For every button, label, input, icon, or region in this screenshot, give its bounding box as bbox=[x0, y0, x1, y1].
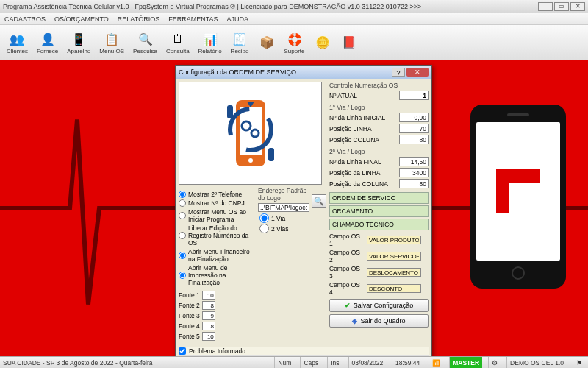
toolbar: 👥Clientes👤Fornece📱Aparelho📋Menu OS🔍Pesqu… bbox=[0, 25, 588, 60]
menu-ajuda[interactable]: AJUDA bbox=[227, 15, 249, 23]
toolbar-icon: 🧾 bbox=[231, 30, 248, 48]
fonte-label: Fonte 2 bbox=[179, 302, 200, 309]
field-input-1[interactable] bbox=[399, 168, 429, 177]
dialog-close-button[interactable]: ✕ bbox=[406, 68, 429, 77]
toolbar-label: Clientes bbox=[7, 48, 28, 54]
logo-preview bbox=[179, 82, 322, 185]
option-4[interactable]: Abrir Menu Financeiro na Finalização bbox=[179, 247, 256, 263]
fonte-input-4[interactable] bbox=[202, 332, 215, 341]
toolbar-item-8[interactable]: 📦 bbox=[254, 32, 279, 54]
toolbar-recibo[interactable]: 🧾Recibo bbox=[227, 28, 253, 57]
check-label: Problema Informado: bbox=[189, 347, 247, 355]
toolbar-icon: 📊 bbox=[201, 30, 219, 48]
statusbar: SUA CIDADE - SP 3 de Agosto de 2022 - Qu… bbox=[0, 356, 588, 368]
option-label: Abrir Menu Financeiro na Finalização bbox=[188, 248, 256, 263]
toolbar-menu os[interactable]: 📋Menu OS bbox=[96, 28, 128, 57]
toolbar-item-11[interactable]: 📕 bbox=[337, 32, 362, 54]
option-5[interactable]: Abrir Menu de Impressão na Finalização bbox=[179, 263, 256, 287]
toolbar-icon: 🔍 bbox=[137, 30, 154, 48]
menu-relatorios[interactable]: RELATÓRIOS bbox=[118, 15, 159, 23]
menu-ferramentas[interactable]: FERRAMENTAS bbox=[168, 15, 218, 23]
field-label: Posição da LINHA bbox=[329, 169, 380, 177]
toolbar-clientes[interactable]: 👥Clientes bbox=[3, 28, 32, 57]
fonte-label: Fonte 5 bbox=[179, 333, 200, 340]
minimize-button[interactable]: — bbox=[538, 2, 553, 11]
phone-graphic bbox=[470, 105, 566, 289]
option-label: Mostrar 2º Telefone bbox=[188, 191, 242, 198]
campo-input-2[interactable] bbox=[367, 268, 421, 277]
maximize-button[interactable]: ▭ bbox=[554, 2, 569, 11]
option-label: Mostrar Nº do CNPJ bbox=[188, 199, 245, 207]
campo-input-3[interactable] bbox=[367, 284, 421, 293]
fonte-input-0[interactable] bbox=[202, 291, 215, 300]
n-atual-input[interactable] bbox=[399, 91, 429, 100]
fonte-input-2[interactable] bbox=[202, 311, 215, 320]
section-orcamento[interactable]: ORCAMENTO bbox=[329, 205, 429, 217]
close-button[interactable]: ✕ bbox=[570, 2, 585, 11]
via1-header: 1ª Via / Logo bbox=[329, 104, 429, 111]
fonte-input-1[interactable] bbox=[202, 301, 215, 310]
option-label: Liberar Edição do Registro Numérico da O… bbox=[188, 224, 256, 247]
toolbar-icon: 📱 bbox=[70, 30, 87, 48]
window-title: Programa Assistência Técnica Celular v1.… bbox=[3, 3, 538, 10]
toolbar-label: Consulta bbox=[166, 48, 190, 54]
field-label: Posição LINHA bbox=[329, 125, 372, 132]
toolbar-item-10[interactable]: 🪙 bbox=[310, 32, 335, 54]
option-label: Mostrar Menu OS ao Iniciar Programa bbox=[188, 208, 256, 223]
field-input-2[interactable] bbox=[399, 179, 429, 188]
dialog-help-button[interactable]: ? bbox=[392, 68, 405, 77]
campo-input-0[interactable] bbox=[367, 236, 421, 244]
via-2-radio[interactable]: 2 Vias bbox=[259, 224, 309, 233]
option-1[interactable]: Mostrar Nº do CNPJ bbox=[179, 199, 256, 208]
section-os[interactable]: ORDEM DE SERVICO bbox=[329, 192, 429, 204]
dialog-title: Configuração da ORDEM DE SERVIÇO bbox=[179, 68, 392, 76]
status-location: SUA CIDADE - SP 3 de Agosto de 2022 - Qu… bbox=[3, 359, 152, 367]
toolbar-icon: 📋 bbox=[103, 30, 121, 48]
toolbar-aparelho[interactable]: 📱Aparelho bbox=[63, 28, 94, 57]
save-config-button[interactable]: ✔ Salvar Configuração bbox=[329, 299, 429, 312]
status-signal-icon: 📶 bbox=[429, 357, 443, 368]
field-input-0[interactable] bbox=[399, 113, 429, 122]
toolbar-consulta[interactable]: 🗒Consulta bbox=[162, 28, 193, 57]
status-gear-icon: ⚙ bbox=[488, 357, 501, 368]
svg-rect-7 bbox=[268, 148, 274, 161]
via-1-radio[interactable]: 1 Via bbox=[259, 213, 309, 223]
field-label: Nº da Linha INICIAL bbox=[329, 114, 385, 121]
toolbar-relatório[interactable]: 📊Relatório bbox=[195, 28, 226, 57]
svg-point-2 bbox=[248, 158, 253, 163]
field-input-0[interactable] bbox=[399, 157, 429, 166]
field-input-1[interactable] bbox=[399, 124, 429, 133]
toolbar-pesquisa[interactable]: 🔍Pesquisa bbox=[129, 28, 161, 57]
cross-icon bbox=[496, 169, 540, 213]
toolbar-icon: 🛟 bbox=[286, 30, 304, 48]
fonte-label: Fonte 4 bbox=[179, 322, 200, 330]
fonte-input-3[interactable] bbox=[202, 322, 215, 330]
toolbar-label: Suporte bbox=[284, 48, 305, 54]
desktop-area: Configuração da ORDEM DE SERVIÇO ? ✕ bbox=[0, 60, 588, 356]
option-3[interactable]: Liberar Edição do Registro Numérico da O… bbox=[179, 224, 256, 247]
toolbar-icon: 👤 bbox=[39, 30, 57, 48]
menu-os-orcamento[interactable]: OS/ORÇAMENTO bbox=[54, 15, 109, 23]
menubar: CADASTROS OS/ORÇAMENTO RELATÓRIOS FERRAM… bbox=[0, 13, 588, 25]
check-0[interactable]: Problema Informado: bbox=[179, 347, 429, 356]
toolbar-fornece[interactable]: 👤Fornece bbox=[33, 28, 62, 57]
status-ins: Ins bbox=[327, 357, 342, 368]
browse-logo-button[interactable]: 🔍 bbox=[312, 194, 326, 208]
toolbar-label: Fornece bbox=[37, 48, 58, 54]
svg-rect-6 bbox=[227, 105, 233, 118]
field-label: Posição COLUNA bbox=[329, 136, 379, 144]
logo-path-input[interactable] bbox=[258, 203, 309, 212]
menu-cadastros[interactable]: CADASTROS bbox=[4, 15, 46, 23]
section-chamado[interactable]: CHAMADO TECNICO bbox=[329, 219, 429, 230]
exit-button[interactable]: ◈ Sair do Quadro bbox=[329, 314, 429, 328]
campo-input-1[interactable] bbox=[367, 252, 421, 261]
toolbar-label: Menu OS bbox=[99, 48, 124, 54]
option-2[interactable]: Mostrar Menu OS ao Iniciar Programa bbox=[179, 208, 256, 224]
check-icon: ✔ bbox=[345, 302, 351, 309]
option-0[interactable]: Mostrar 2º Telefone bbox=[179, 190, 256, 199]
toolbar-suporte[interactable]: 🛟Suporte bbox=[281, 28, 309, 57]
field-input-2[interactable] bbox=[399, 135, 429, 144]
status-time: 18:59:44 bbox=[392, 357, 423, 368]
toolbar-label: Relatório bbox=[198, 48, 222, 54]
field-label: Nº da Linha FINAL bbox=[329, 158, 381, 166]
